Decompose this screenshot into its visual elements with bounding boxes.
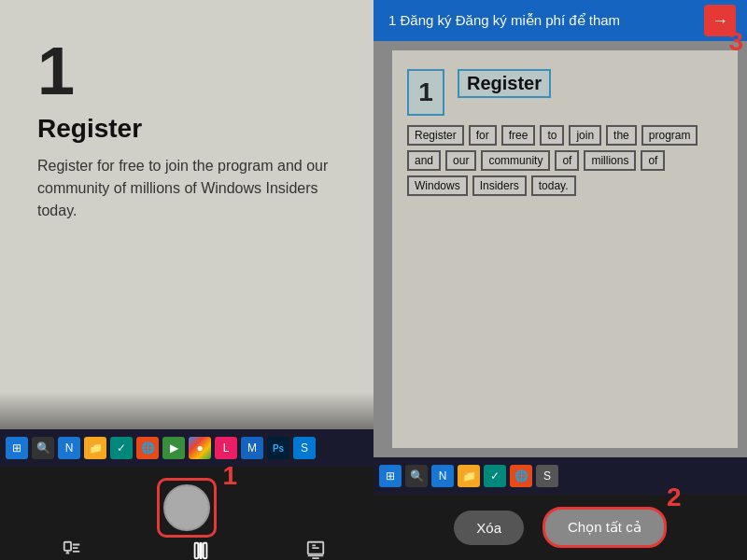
- taskbar-icon-s: S: [293, 437, 316, 459]
- arrow-icon: →: [712, 11, 728, 31]
- nav-item-quet[interactable]: Quét: [182, 539, 219, 561]
- capture-button-inner: [163, 484, 210, 531]
- register-description: Register for free to join the program an…: [37, 155, 336, 222]
- taskbar-icon-6: ▶: [162, 437, 185, 459]
- ocr-word-15[interactable]: today.: [531, 175, 576, 196]
- capture-button[interactable]: [157, 478, 217, 538]
- ocr-word-4[interactable]: join: [569, 125, 601, 146]
- left-panel: 1 Register Register for free to join the…: [0, 0, 374, 560]
- nav-item-dich-tuc-thi[interactable]: Dịch tức thì: [38, 538, 106, 560]
- ocr-words-area: Register for free to join the program an…: [407, 125, 728, 196]
- bottom-navigation: Dịch tức thì Quét: [0, 538, 374, 560]
- register-title: Register: [37, 114, 336, 144]
- right-panel: 1 Đăng ký Đăng ký miễn phí để tham → 3 1…: [374, 0, 747, 560]
- ocr-title-box[interactable]: Register: [458, 69, 551, 98]
- taskbar-icon-3: 📁: [84, 437, 106, 459]
- windows-taskbar: ⊞ 🔍 N 📁 ✓ 🌐 ▶ ● L M Ps S: [0, 429, 374, 467]
- nav-item-nhap[interactable]: Nhập: [295, 538, 335, 560]
- svg-rect-1: [194, 542, 198, 558]
- svg-rect-0: [64, 542, 71, 551]
- dich-tuc-thi-icon: [62, 539, 82, 560]
- ocr-word-2[interactable]: free: [501, 125, 536, 146]
- ocr-word-8[interactable]: our: [445, 150, 476, 171]
- badge-2: 2: [667, 483, 682, 512]
- right-taskbar: ⊞ 🔍 N 📁 ✓ 🌐 S: [374, 457, 747, 495]
- r-taskbar-icon-1: ⊞: [379, 465, 402, 487]
- ocr-word-9[interactable]: community: [481, 150, 550, 171]
- ocr-overlay: 1 Register Register for free to join the…: [392, 50, 738, 448]
- taskbar-icon-8: M: [241, 437, 263, 459]
- ocr-word-0[interactable]: Register: [407, 125, 464, 146]
- taskbar-icon-ps: Ps: [267, 437, 289, 459]
- r-taskbar-icon-5: 🌐: [510, 465, 532, 487]
- ocr-word-10[interactable]: of: [555, 150, 579, 171]
- r-taskbar-icon-4: ✓: [484, 465, 506, 487]
- r-taskbar-search: 🔍: [405, 465, 428, 487]
- chon-tat-ca-wrapper: Chọn tất cả 2: [543, 507, 667, 548]
- ocr-word-6[interactable]: program: [641, 125, 698, 146]
- taskbar-icon-2: N: [58, 437, 80, 459]
- right-camera-view: 1 Register Register for free to join the…: [374, 41, 747, 495]
- ocr-word-5[interactable]: the: [606, 125, 637, 146]
- taskbar-icon-line: L: [215, 437, 237, 459]
- chon-tat-ca-button[interactable]: Chọn tất cả: [543, 507, 667, 548]
- left-camera-view: 1 Register Register for free to join the…: [0, 0, 374, 467]
- nhap-icon: [305, 539, 326, 560]
- r-taskbar-icon-6: S: [536, 465, 558, 487]
- ocr-number-box[interactable]: 1: [407, 69, 444, 116]
- ocr-word-11[interactable]: millions: [584, 150, 636, 171]
- top-bar-text: 1 Đăng ký Đăng ký miễn phí để tham: [388, 12, 704, 29]
- ocr-word-3[interactable]: to: [540, 125, 564, 146]
- left-bottom-bar: 1 Dịch tức thì: [0, 467, 374, 560]
- xoa-button[interactable]: Xóa: [454, 511, 524, 545]
- r-taskbar-icon-3: 📁: [458, 465, 480, 487]
- quet-icon: [190, 540, 211, 561]
- ocr-word-13[interactable]: Windows: [407, 175, 468, 196]
- taskbar-icon-5: 🌐: [136, 437, 159, 459]
- ocr-word-12[interactable]: of: [641, 150, 665, 171]
- top-bar: 1 Đăng ký Đăng ký miễn phí để tham → 3: [374, 0, 747, 41]
- top-bar-arrow-button[interactable]: → 3: [704, 5, 736, 36]
- ocr-word-7[interactable]: and: [407, 150, 441, 171]
- svg-rect-3: [203, 542, 206, 558]
- taskbar-icon-4: ✓: [110, 437, 133, 459]
- taskbar-icon-1: ⊞: [6, 437, 28, 459]
- register-step-number: 1: [37, 37, 336, 105]
- taskbar-icon-chrome: ●: [189, 437, 211, 459]
- taskbar-search: 🔍: [32, 437, 54, 459]
- ocr-word-14[interactable]: Insiders: [472, 175, 527, 196]
- r-taskbar-icon-2: N: [431, 465, 454, 487]
- svg-rect-2: [200, 542, 202, 558]
- right-bottom-bar: Xóa Chọn tất cả 2: [374, 495, 747, 560]
- ocr-word-1[interactable]: for: [469, 125, 497, 146]
- capture-badge-1: 1: [222, 461, 237, 491]
- capture-button-wrapper: 1: [157, 478, 217, 538]
- badge-3: 3: [728, 27, 743, 57]
